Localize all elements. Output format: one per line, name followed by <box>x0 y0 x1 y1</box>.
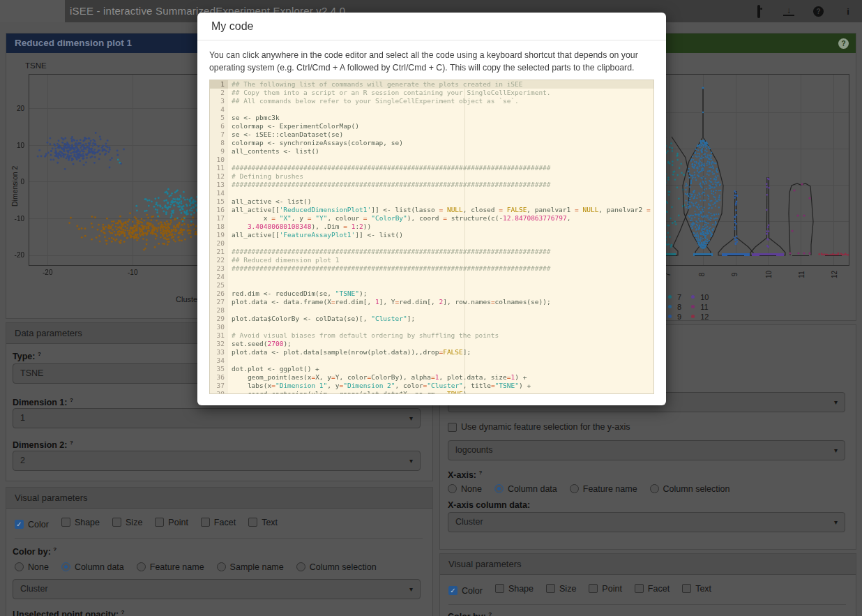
legend-dot <box>668 295 672 299</box>
radio-feature-name[interactable]: Feature name <box>137 562 204 572</box>
dimension2-select[interactable]: 2▾ <box>13 451 421 471</box>
x-axis-radios: NoneColumn dataFeature nameColumn select… <box>448 483 742 496</box>
visual-parameters-panel-left: Visual parameters ✓ColorShapeSizePointFa… <box>6 487 433 616</box>
divider <box>448 604 846 605</box>
checkbox-dynamic-feature-selection[interactable]: Use dynamic feature selection for the y-… <box>448 422 630 432</box>
editor-code: ## The following list of commands will g… <box>228 80 653 394</box>
radio-sample-name[interactable]: Sample name <box>217 562 284 572</box>
checkbox-shape[interactable]: Shape <box>61 518 100 527</box>
tick-label: 10 <box>9 142 24 149</box>
tick-label: 20 <box>9 105 24 112</box>
editor-gutter: 1234567891011121314151617181920212223242… <box>210 80 228 393</box>
checkbox-facet[interactable]: Facet <box>635 584 670 594</box>
x-axis-column-data-label: X-axis column data: <box>448 500 530 510</box>
color-by-radios: NoneColumn dataFeature nameSample nameCo… <box>15 562 389 574</box>
radio-column-data[interactable]: Column data <box>61 562 124 572</box>
visual-toggle-checkboxes: ✓ColorShapeSizePointFacetText <box>15 517 290 529</box>
help-mark: ? <box>38 351 41 357</box>
legend-item-11: 11 <box>691 303 709 310</box>
radio-feature-name[interactable]: Feature name <box>570 484 637 494</box>
visual-toggle-checkboxes-right: ✓ColorShapeSizePointFacetText <box>448 583 724 596</box>
code-editor[interactable]: 1234567891011121314151617181920212223242… <box>209 80 654 394</box>
checkbox-size[interactable]: Size <box>112 518 142 527</box>
tick-label: 9 <box>731 273 739 277</box>
chevron-down-icon: ▾ <box>409 451 413 470</box>
chevron-down-icon: ▾ <box>834 513 838 532</box>
divider <box>15 538 423 539</box>
unselected-opacity-label: Unselected point opacity: ? <box>13 609 124 616</box>
tick-label: 10 <box>765 271 773 278</box>
radio-column-data[interactable]: Column data <box>494 484 557 494</box>
legend-item-12: 12 <box>691 313 709 320</box>
radio-column-selection[interactable]: Column selection <box>650 484 730 494</box>
tick-label: -20 <box>9 251 24 259</box>
download-icon[interactable]: ↓ <box>783 7 794 16</box>
legend-item-9: 9 <box>668 313 681 320</box>
type-label: Type: ? <box>13 351 41 361</box>
radio-column-selection[interactable]: Column selection <box>296 562 377 572</box>
checkbox-shape[interactable]: Shape <box>495 584 534 594</box>
checkbox-color[interactable]: ✓Color <box>448 586 483 596</box>
checkbox-point[interactable]: Point <box>155 518 188 527</box>
legend-dot <box>668 315 672 318</box>
my-code-modal: My code You can click anywhere in the co… <box>197 13 666 405</box>
radio-none[interactable]: None <box>15 562 49 572</box>
checkbox-facet[interactable]: Facet <box>201 518 236 527</box>
plot-title-tsne: TSNE <box>25 61 47 70</box>
color-by-select[interactable]: Cluster▾ <box>13 579 421 599</box>
info-icon[interactable]: i <box>842 6 854 17</box>
radio-none[interactable]: None <box>448 484 482 494</box>
color-by-label: Color by: ? <box>13 546 56 557</box>
tick-label: -10 <box>128 269 137 276</box>
tick-label: -10 <box>9 215 24 223</box>
legend-dot <box>691 315 695 318</box>
checkbox-size[interactable]: Size <box>546 584 576 594</box>
visual-parameters-panel-right: Visual parameters ✓ColorShapeSizePointFa… <box>439 553 856 616</box>
chevron-down-icon: ▾ <box>834 441 838 460</box>
legend-item-8: 8 <box>668 303 681 310</box>
chevron-down-icon: ▾ <box>409 409 413 428</box>
assay-select[interactable]: logcounts▾ <box>448 440 845 460</box>
dimension2-label: Dimension 2: ? <box>13 440 73 450</box>
chevron-down-icon: ▾ <box>409 580 413 599</box>
visual-parameters-header-right: Visual parameters <box>440 554 856 575</box>
modal-instructions: You can click anywhere in the code edito… <box>209 49 654 74</box>
tick-label: 8 <box>698 273 706 277</box>
scatter-legend-title: Cluster <box>176 295 200 303</box>
dimension1-select[interactable]: 1▾ <box>13 408 421 428</box>
tick-label: 11 <box>798 271 806 278</box>
export-image-icon[interactable] <box>753 6 764 17</box>
help-icon[interactable]: ? <box>813 6 824 17</box>
legend-dot <box>691 305 695 308</box>
x-axis-label: X-axis: ? <box>448 469 482 480</box>
checkbox-text[interactable]: Text <box>682 584 711 594</box>
color-by-label-right: Color by: ? <box>448 611 492 616</box>
checkbox-point[interactable]: Point <box>589 584 622 594</box>
legend-item-7: 7 <box>668 293 681 301</box>
tick-label: 12 <box>831 271 838 278</box>
modal-title: My code <box>197 13 666 40</box>
visual-parameters-header: Visual parameters <box>6 488 432 509</box>
dimension1-label: Dimension 1: ? <box>13 397 73 407</box>
x-axis-column-data-select[interactable]: Cluster▾ <box>448 512 845 532</box>
navbar-logo-area <box>0 0 65 22</box>
navbar-actions: ↓ ? i <box>753 0 856 22</box>
legend-item-10: 10 <box>691 293 709 301</box>
tick-label: -20 <box>43 269 52 276</box>
chevron-down-icon: ▾ <box>834 393 838 412</box>
checkbox-color[interactable]: ✓Color <box>15 520 49 529</box>
legend-dot <box>691 295 695 299</box>
legend-dot <box>668 305 672 308</box>
tick-label: 0 <box>9 178 24 186</box>
checkbox-text[interactable]: Text <box>248 518 278 527</box>
panel-help-icon[interactable]: ? <box>838 38 849 49</box>
violin-legend: 789 101112 <box>668 293 709 320</box>
y-axis-label: Dimension 2 <box>10 166 19 206</box>
